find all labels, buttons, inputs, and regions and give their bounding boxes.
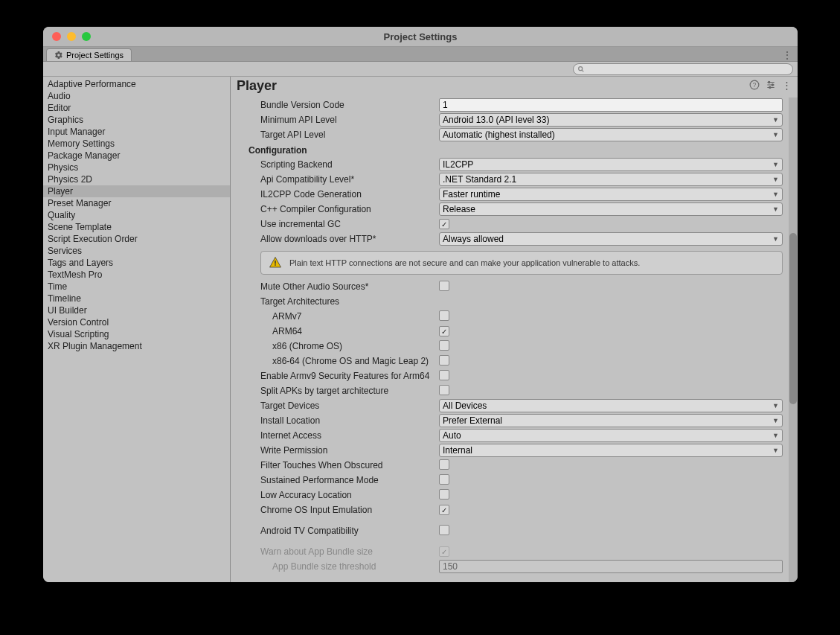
tab-menu-button[interactable]: ⋮ (776, 49, 798, 61)
sidebar-item-input-manager[interactable]: Input Manager (43, 126, 230, 138)
row-low-acc-loc: Low Accuracy Location (234, 488, 795, 502)
row-bundle-threshold: App Bundle size threshold (234, 559, 795, 574)
sidebar-item-preset-manager[interactable]: Preset Manager (43, 197, 230, 209)
dropdown-cpp-compiler[interactable]: Release▼ (439, 202, 783, 216)
sidebar-item-quality[interactable]: Quality (43, 209, 230, 221)
checkbox-arm64[interactable]: ✓ (439, 326, 449, 336)
checkbox-sustained[interactable] (439, 474, 449, 485)
checkbox-chrome-input[interactable]: ✓ (439, 505, 449, 515)
row-api-compat: Api Compatibility Level* .NET Standard 2… (234, 172, 795, 187)
sidebar-item-package-manager[interactable]: Package Manager (43, 150, 230, 162)
help-icon[interactable]: ? (749, 80, 760, 92)
sidebar-item-player[interactable]: Player (43, 185, 230, 197)
preset-icon[interactable] (766, 80, 776, 92)
search-box[interactable] (573, 63, 793, 75)
sidebar-item-textmesh-pro[interactable]: TextMesh Pro (43, 269, 230, 281)
sidebar-item-time[interactable]: Time (43, 281, 230, 293)
row-android-tv: Android TV Compatibility (234, 523, 795, 538)
header-icons: ? ⋮ (749, 80, 792, 92)
main-panel: Player ? ⋮ Bundle Version Code (231, 77, 798, 582)
chevron-down-icon: ▼ (772, 176, 779, 183)
zoom-button[interactable] (82, 32, 91, 41)
sidebar-item-adaptive-performance[interactable]: Adaptive Performance (43, 78, 230, 90)
kebab-icon[interactable]: ⋮ (782, 80, 792, 92)
chevron-down-icon: ▼ (772, 402, 779, 409)
close-button[interactable] (52, 32, 61, 41)
dropdown-scripting-backend[interactable]: IL2CPP▼ (439, 158, 783, 171)
input-bundle-threshold (439, 560, 783, 573)
body: Adaptive PerformanceAudioEditorGraphicsI… (43, 77, 798, 582)
checkbox-x86[interactable] (439, 340, 449, 351)
dropdown-target-devices[interactable]: All Devices▼ (439, 399, 783, 412)
sidebar-item-services[interactable]: Services (43, 245, 230, 257)
sidebar-item-memory-settings[interactable]: Memory Settings (43, 138, 230, 150)
row-bundle-version-code: Bundle Version Code (234, 98, 795, 112)
project-settings-window: Project Settings Project Settings ⋮ Adap… (43, 27, 798, 582)
dropdown-min-api[interactable]: Android 13.0 (API level 33)▼ (439, 113, 783, 127)
sidebar-item-audio[interactable]: Audio (43, 90, 230, 102)
row-target-devices: Target Devices All Devices▼ (234, 398, 795, 413)
sidebar-item-visual-scripting[interactable]: Visual Scripting (43, 328, 230, 340)
label-target-api: Target API Level (260, 130, 439, 140)
row-filter-touches: Filter Touches When Obscured (234, 458, 795, 473)
checkbox-mute-audio[interactable] (439, 281, 449, 291)
sidebar-item-script-execution-order[interactable]: Script Execution Order (43, 233, 230, 245)
window-title: Project Settings (43, 31, 798, 42)
svg-rect-10 (275, 261, 276, 264)
main-header: Player ? ⋮ (231, 77, 798, 98)
gear-icon (54, 51, 63, 60)
sidebar-item-timeline[interactable]: Timeline (43, 293, 230, 304)
dropdown-target-api[interactable]: Automatic (highest installed)▼ (439, 128, 783, 141)
checkbox-armv7[interactable] (439, 310, 449, 321)
dropdown-internet-access[interactable]: Auto▼ (439, 429, 783, 442)
sidebar-item-physics-2d[interactable]: Physics 2D (43, 173, 230, 185)
dropdown-write-permission[interactable]: Internal▼ (439, 444, 783, 457)
row-sustained: Sustained Performance Mode (234, 473, 795, 488)
scrollbar-thumb[interactable] (789, 233, 797, 404)
sidebar-item-graphics[interactable]: Graphics (43, 114, 230, 126)
sidebar-item-xr-plugin-management[interactable]: XR Plugin Management (43, 340, 230, 352)
dropdown-il2cpp-codegen[interactable]: Faster runtime▼ (439, 188, 783, 201)
sidebar-item-tags-and-layers[interactable]: Tags and Layers (43, 257, 230, 269)
row-armv9: Enable Armv9 Security Features for Arm64 (234, 368, 795, 383)
minimize-button[interactable] (67, 32, 76, 41)
sidebar-item-scene-template[interactable]: Scene Template (43, 221, 230, 233)
http-warning-box: Plain text HTTP connections are not secu… (260, 251, 783, 275)
dropdown-install-location[interactable]: Prefer External▼ (439, 414, 783, 427)
chevron-down-icon: ▼ (772, 432, 779, 439)
checkbox-filter-touches[interactable] (439, 459, 449, 470)
sidebar-item-editor[interactable]: Editor (43, 102, 230, 114)
row-il2cpp-codegen: IL2CPP Code Generation Faster runtime▼ (234, 187, 795, 202)
tab-project-settings[interactable]: Project Settings (46, 48, 132, 61)
row-x86-64: x86-64 (Chrome OS and Magic Leap 2) (234, 354, 795, 368)
dropdown-http[interactable]: Always allowed▼ (439, 232, 783, 246)
sidebar-item-physics[interactable]: Physics (43, 162, 230, 173)
row-warn-bundle: Warn about App Bundle size ✓ (234, 544, 795, 559)
checkbox-armv9[interactable] (439, 370, 449, 380)
svg-line-1 (582, 69, 584, 71)
checkbox-android-tv[interactable] (439, 525, 449, 535)
svg-rect-11 (275, 264, 276, 266)
content-scroll[interactable]: Bundle Version Code Minimum API Level An… (231, 98, 798, 582)
input-bundle-version-code[interactable] (439, 98, 783, 112)
titlebar: Project Settings (43, 27, 798, 47)
checkbox-split-apk[interactable] (439, 385, 449, 395)
row-install-location: Install Location Prefer External▼ (234, 413, 795, 428)
tab-bar: Project Settings ⋮ (43, 47, 798, 62)
scrollbar[interactable] (789, 98, 798, 582)
svg-text:?: ? (753, 82, 757, 89)
row-x86: x86 (Chrome OS) (234, 339, 795, 354)
row-write-permission: Write Permission Internal▼ (234, 443, 795, 458)
row-chrome-input: Chrome OS Input Emulation ✓ (234, 502, 795, 517)
chevron-down-icon: ▼ (772, 447, 779, 454)
sidebar-item-version-control[interactable]: Version Control (43, 316, 230, 328)
dropdown-api-compat[interactable]: .NET Standard 2.1▼ (439, 173, 783, 186)
row-mute-audio: Mute Other Audio Sources* (234, 279, 795, 294)
sidebar-item-ui-builder[interactable]: UI Builder (43, 304, 230, 316)
page-title: Player (237, 78, 277, 94)
checkbox-incremental-gc[interactable]: ✓ (439, 219, 449, 229)
search-input[interactable] (587, 65, 789, 74)
chevron-down-icon: ▼ (772, 205, 779, 213)
checkbox-low-acc-loc[interactable] (439, 489, 449, 500)
checkbox-x86-64[interactable] (439, 355, 449, 366)
